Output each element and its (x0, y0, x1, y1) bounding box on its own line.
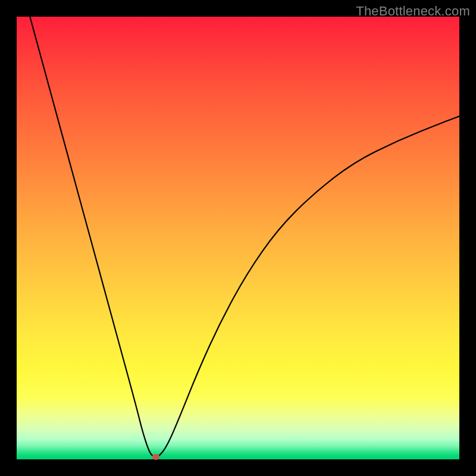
bottleneck-curve (30, 17, 459, 457)
plot-area (17, 17, 459, 459)
curve-svg (17, 17, 459, 459)
optimum-marker (152, 454, 159, 460)
chart-frame: TheBottleneck.com (0, 0, 476, 476)
